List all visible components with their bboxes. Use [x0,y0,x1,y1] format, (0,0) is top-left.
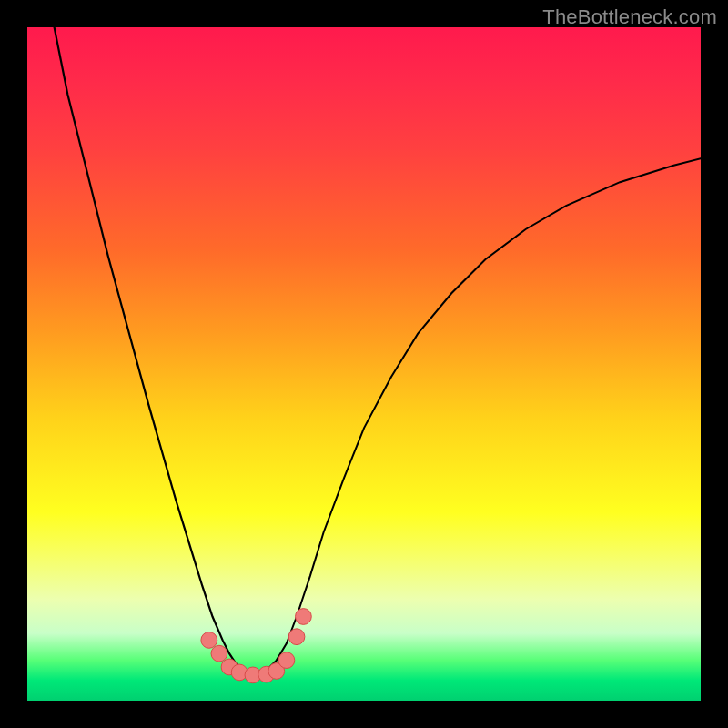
data-marker [201,632,217,649]
curve-right-group [257,158,701,675]
curve-right [257,158,701,675]
data-marker [211,645,228,662]
chart-frame: TheBottleneck.com [0,0,728,728]
data-marker [278,652,295,669]
watermark-text: TheBottleneck.com [542,5,717,29]
chart-svg [27,27,701,701]
curve-left [55,27,257,675]
plot-area [27,27,701,701]
data-marker [288,629,305,645]
curve-left-group [55,27,257,675]
data-marker [296,609,312,625]
